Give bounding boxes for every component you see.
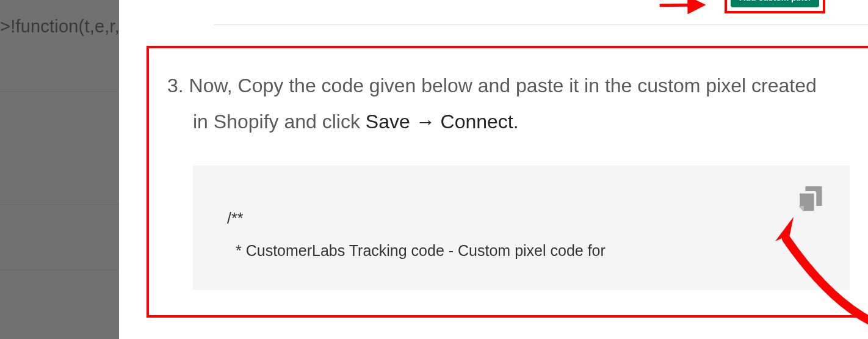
step-number: 3. bbox=[167, 75, 184, 97]
code-line-1: /** bbox=[227, 202, 850, 235]
arrow-glyph: → bbox=[410, 111, 441, 133]
instruction-line-2-prefix: in Shopify and click bbox=[193, 111, 366, 133]
period: . bbox=[513, 111, 519, 133]
add-pixel-highlight-box: Add custom pixel bbox=[725, 0, 825, 13]
instruction-highlight-box: 3. Now, Copy the code given below and pa… bbox=[146, 46, 868, 318]
connect-label: Connect bbox=[441, 111, 513, 133]
code-snippet-block: /** * CustomerLabs Tracking code - Custo… bbox=[193, 166, 850, 290]
save-label: Save bbox=[366, 111, 410, 133]
annotation-arrow-top bbox=[657, 0, 709, 21]
content-top-divider bbox=[214, 24, 868, 25]
instruction-step-3: 3. Now, Copy the code given below and pa… bbox=[149, 48, 868, 140]
code-line-2: * CustomerLabs Tracking code - Custom pi… bbox=[227, 235, 850, 267]
instruction-line-1: Now, Copy the code given below and paste… bbox=[189, 75, 817, 97]
modal-backdrop bbox=[0, 0, 119, 339]
copy-icon[interactable] bbox=[798, 186, 823, 212]
add-custom-pixel-button[interactable]: Add custom pixel bbox=[731, 0, 819, 7]
svg-line-0 bbox=[660, 0, 703, 16]
annotation-red-box: Add custom pixel bbox=[725, 0, 825, 13]
code-lines: /** * CustomerLabs Tracking code - Custo… bbox=[193, 166, 850, 266]
